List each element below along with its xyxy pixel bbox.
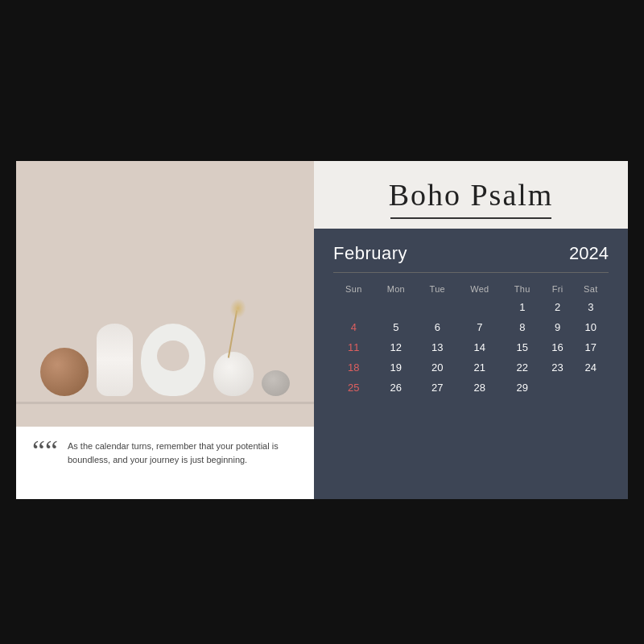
quote-text: As the calendar turns, remember that you… <box>68 440 298 466</box>
calendar-card: ““ As the calendar turns, remember that … <box>16 161 628 499</box>
calendar-day: 28 <box>457 378 503 398</box>
calendar-week-row: 2526272829 <box>333 378 609 398</box>
calendar-day: 17 <box>573 337 609 357</box>
calendar-day: 20 <box>418 357 457 378</box>
calendar-area: February 2024 Sun Mon Tue Wed Thu Fri Sa… <box>314 229 628 499</box>
calendar-day: 18 <box>333 357 374 378</box>
left-panel: ““ As the calendar turns, remember that … <box>16 161 314 499</box>
calendar-day: 1 <box>502 297 542 317</box>
quote-mark: ““ <box>32 436 58 465</box>
calendar-day: 7 <box>457 317 503 337</box>
calendar-day <box>374 297 418 317</box>
calendar-day: 25 <box>333 378 374 398</box>
calendar-day: 4 <box>333 317 374 337</box>
calendar-day: 12 <box>374 337 418 357</box>
col-wed: Wed <box>457 281 503 297</box>
col-sun: Sun <box>333 281 374 297</box>
calendar-week-row: 18192021222324 <box>333 357 609 378</box>
calendar-month: February <box>333 243 407 264</box>
calendar-header: February 2024 <box>333 243 609 264</box>
vase-cork <box>40 348 89 396</box>
calendar-day: 9 <box>542 317 572 337</box>
calendar-day <box>418 297 457 317</box>
calendar-day: 22 <box>502 357 542 378</box>
calendar-weekdays-row: Sun Mon Tue Wed Thu Fri Sat <box>333 281 609 297</box>
calendar-day: 11 <box>333 337 374 357</box>
col-thu: Thu <box>502 281 542 297</box>
shelf-line <box>16 402 314 404</box>
vase-tall-white <box>97 324 133 396</box>
calendar-day: 24 <box>573 357 609 378</box>
calendar-week-row: 11121314151617 <box>333 337 609 357</box>
calendar-day <box>542 378 572 398</box>
calendar-day: 13 <box>418 337 457 357</box>
calendar-day: 19 <box>374 357 418 378</box>
right-panel: Boho Psalm February 2024 Sun Mon Tue Wed… <box>314 161 628 499</box>
calendar-day <box>457 297 503 317</box>
vase-scene <box>16 201 314 427</box>
vase-donut-hole <box>157 341 189 371</box>
calendar-day: 6 <box>418 317 457 337</box>
calendar-day: 21 <box>457 357 503 378</box>
calendar-day: 15 <box>502 337 542 357</box>
calendar-grid: Sun Mon Tue Wed Thu Fri Sat 123456789101… <box>333 281 609 398</box>
calendar-day <box>333 297 374 317</box>
calendar-day: 26 <box>374 378 418 398</box>
calendar-day: 14 <box>457 337 503 357</box>
calendar-day: 16 <box>542 337 572 357</box>
col-tue: Tue <box>418 281 457 297</box>
col-mon: Mon <box>374 281 418 297</box>
calendar-day: 29 <box>502 378 542 398</box>
calendar-day: 23 <box>542 357 572 378</box>
vase-small-gray <box>262 370 290 396</box>
calendar-day: 27 <box>418 378 457 398</box>
brand-title: Boho Psalm <box>338 177 604 213</box>
calendar-week-row: 123 <box>333 297 609 317</box>
quote-area: ““ As the calendar turns, remember that … <box>16 427 314 499</box>
col-sat: Sat <box>573 281 609 297</box>
title-underline <box>390 217 551 219</box>
vase-round-white <box>213 352 254 396</box>
calendar-day: 8 <box>502 317 542 337</box>
calendar-day: 3 <box>573 297 609 317</box>
calendar-year: 2024 <box>569 243 609 264</box>
vase-donut <box>141 324 205 396</box>
calendar-day: 10 <box>573 317 609 337</box>
col-fri: Fri <box>542 281 572 297</box>
calendar-day <box>573 378 609 398</box>
calendar-divider <box>333 272 609 273</box>
calendar-week-row: 45678910 <box>333 317 609 337</box>
calendar-day: 5 <box>374 317 418 337</box>
title-area: Boho Psalm <box>314 161 628 229</box>
calendar-day: 2 <box>542 297 572 317</box>
photo-area <box>16 161 314 427</box>
